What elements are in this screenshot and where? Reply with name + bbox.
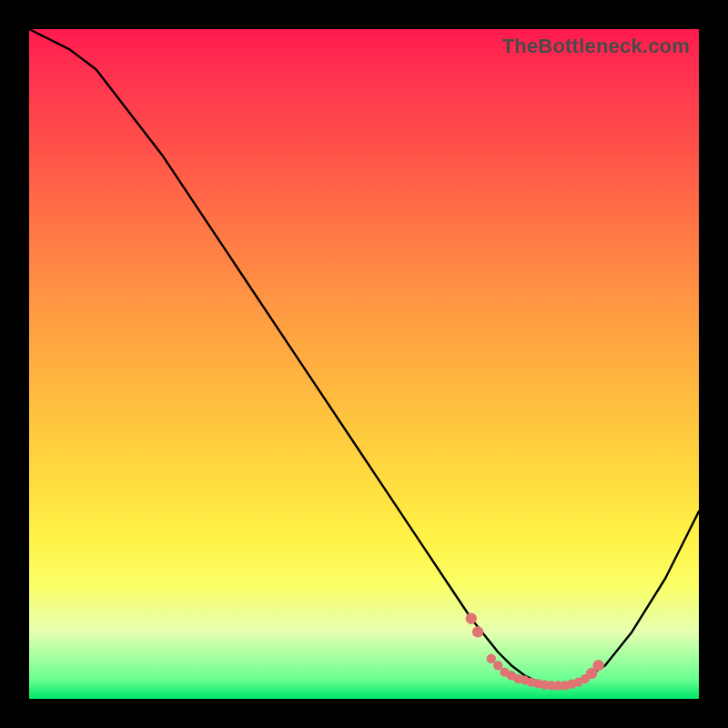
chart-marker	[493, 661, 502, 670]
chart-plot-area: TheBottleneck.com	[29, 29, 699, 699]
chart-marker	[487, 654, 496, 663]
chart-marker	[592, 660, 603, 671]
chart-frame: TheBottleneck.com	[0, 0, 728, 728]
chart-marker	[472, 626, 483, 637]
chart-curve	[29, 29, 699, 685]
chart-svg	[29, 29, 699, 699]
chart-markers	[466, 613, 604, 691]
chart-marker	[466, 613, 477, 624]
